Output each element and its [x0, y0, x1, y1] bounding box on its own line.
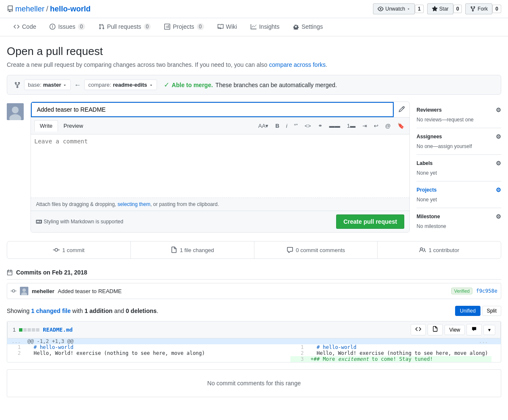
hunk-content-left: @@ -1,2 +1,3 @@ [24, 338, 307, 344]
watch-button[interactable]: Unwatch [373, 3, 415, 14]
compare-label: compare: [88, 82, 111, 88]
markdown-icon [36, 219, 42, 225]
changed-files-link[interactable]: 1 changed file [31, 307, 71, 314]
indent-tool[interactable]: ⇥ [361, 122, 369, 130]
tab-code[interactable]: Code [7, 18, 43, 36]
projects-title[interactable]: Projects [417, 187, 436, 193]
repo-title: meheller / hello-world [7, 5, 91, 14]
commit-hash[interactable]: f9c958e [476, 288, 497, 294]
milestone-gear[interactable]: ⚙ [496, 213, 501, 220]
fork-button[interactable]: Fork [465, 3, 492, 14]
comment-textarea[interactable] [34, 138, 406, 193]
repo-name[interactable]: hello-world [50, 5, 91, 14]
compare-forks-link[interactable]: compare across forks [269, 61, 326, 68]
tab-issues[interactable]: Issues 0 [43, 18, 91, 36]
tab-settings[interactable]: Settings [286, 18, 330, 36]
pr-comment-area [31, 135, 409, 198]
repo-icon [7, 5, 14, 12]
repo-org[interactable]: meheller [15, 5, 44, 14]
files-section: Showing 1 changed file with 1 addition a… [7, 306, 501, 362]
page-subtitle: Create a new pull request by comparing c… [7, 61, 501, 68]
code-tool[interactable]: <> [303, 122, 312, 130]
view-file-btn[interactable]: View [444, 325, 465, 335]
quote-tool[interactable]: “” [293, 122, 300, 130]
comment-toggle-btn[interactable] [467, 324, 482, 335]
milestone-empty: No milestone [417, 223, 501, 229]
add-block-2 [23, 328, 27, 332]
ul-tool[interactable]: ▬▬ [328, 122, 342, 130]
pr-form-box: Write Preview AA▾ B i “” <> ⚭ ▬▬ 1▬ ⇥ ↩ [30, 102, 410, 233]
tab-insights[interactable]: Insights [244, 18, 286, 36]
fork-label: Fork [478, 6, 488, 12]
commits-stat: 1 commit [7, 242, 131, 258]
pr-footer: Styling with Markdown is supported Creat… [31, 211, 409, 232]
preview-tab[interactable]: Preview [58, 120, 88, 132]
projects-gear[interactable]: ⚙ [496, 187, 501, 193]
fork-count: 0 [492, 5, 501, 13]
tab-projects[interactable]: Projects 0 [157, 18, 210, 36]
file-name[interactable]: README.md [43, 327, 72, 333]
base-branch-select[interactable]: base: master [24, 80, 71, 90]
reviewers-title: Reviewers [417, 107, 442, 113]
pr-icon [99, 24, 105, 30]
selecting-link[interactable]: selecting them [118, 201, 150, 207]
mention-tool[interactable]: ↩ [372, 122, 380, 130]
expand-btn[interactable]: ▾ [483, 325, 495, 335]
pr-badge: 0 [144, 23, 151, 30]
hunk-line-right: ... [307, 338, 491, 344]
commit-author[interactable]: meheller [32, 288, 54, 294]
labels-gear[interactable]: ⚙ [496, 160, 501, 167]
hunk-line-left: ... [7, 338, 24, 344]
pr-title-input[interactable] [31, 102, 394, 117]
svg-point-4 [22, 288, 26, 292]
chevron-down-icon [407, 7, 410, 11]
base-label: base: [28, 82, 41, 88]
commits-icon [53, 247, 60, 253]
milestone-title: Milestone [417, 214, 440, 220]
code-view-btn[interactable] [411, 324, 426, 335]
italic-tool[interactable]: i [284, 122, 289, 130]
fork-icon [470, 6, 476, 12]
file-header: 1 README.md View [7, 321, 501, 338]
projects-header: Projects ⚙ [417, 187, 501, 193]
unified-btn[interactable]: Unified [455, 306, 480, 316]
reviewers-header: Reviewers ⚙ [417, 107, 501, 113]
tab-pull-requests[interactable]: Pull requests 0 [92, 18, 158, 36]
contributors-count: 1 contributor [428, 247, 459, 253]
comments-count: 0 commit comments [296, 247, 345, 253]
create-pr-button[interactable]: Create pull request [336, 214, 404, 229]
star-button[interactable]: Star [427, 3, 453, 14]
tab-wiki[interactable]: Wiki [211, 18, 244, 36]
no-commit-comments: No commit comments for this range [7, 369, 501, 397]
bookmark-tool[interactable]: 🔖 [396, 122, 406, 130]
at-tool[interactable]: @ [384, 122, 392, 130]
ol-tool[interactable]: 1▬ [345, 122, 357, 130]
raw-view-btn[interactable] [428, 324, 443, 335]
text-size-tool[interactable]: AA▾ [257, 122, 270, 130]
contributors-stat: 1 contributor [378, 242, 501, 258]
repo-sep: / [46, 5, 48, 14]
reviewers-gear[interactable]: ⚙ [496, 107, 501, 113]
compare-branch-select[interactable]: compare: readme-edits [84, 80, 157, 90]
main-content: Open a pull request Create a new pull re… [0, 36, 508, 406]
commit-row: meheller Added teaser to README Verified… [7, 283, 501, 299]
split-btn[interactable]: Split [482, 306, 501, 316]
pr-sidebar: Reviewers ⚙ No reviews—request one Assig… [417, 102, 501, 234]
watch-count: 1 [415, 5, 424, 13]
attach-text-before: Attach files by dragging & dropping, [36, 201, 118, 207]
add-block-1 [19, 328, 22, 332]
assignees-gear[interactable]: ⚙ [496, 133, 501, 140]
comments-stat: 0 commit comments [254, 242, 378, 258]
bold-tool[interactable]: B [273, 122, 281, 130]
showing-text: Showing 1 changed file with 1 addition a… [7, 307, 158, 314]
link-tool[interactable]: ⚭ [316, 122, 324, 130]
assignees-header: Assignees ⚙ [417, 133, 501, 140]
merge-status: ✓ Able to merge. These branches can be a… [164, 81, 337, 89]
pr-title-icon[interactable] [394, 106, 409, 114]
avatar-image [7, 103, 24, 120]
watch-label: Unwatch [385, 6, 405, 12]
write-tab[interactable]: Write [34, 120, 58, 132]
arrow-icon: ← [74, 81, 81, 89]
file-text-icon [432, 326, 438, 332]
issues-badge: 0 [78, 23, 85, 30]
